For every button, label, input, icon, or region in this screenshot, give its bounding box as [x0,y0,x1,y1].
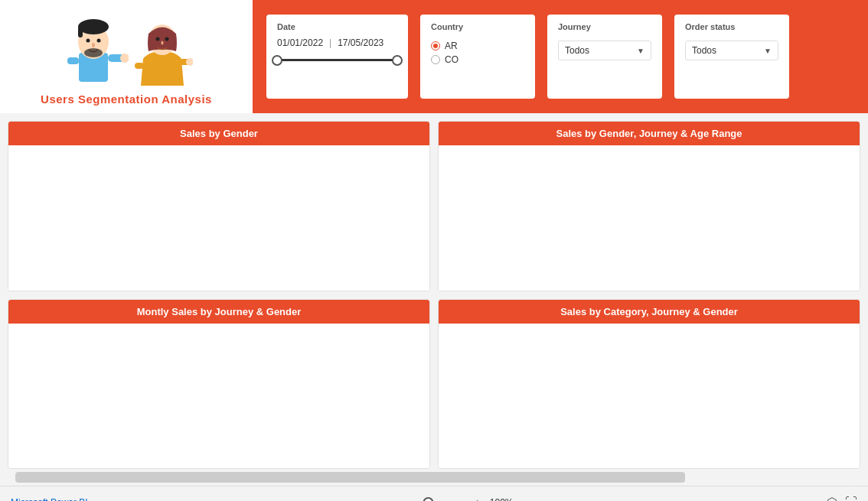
avatars [60,13,193,89]
main-content: Sales by Gender Sales by Gender, Journey… [0,113,868,469]
date-label: Date [277,22,397,31]
order-status-label: Order status [685,22,778,31]
header: Users Segmentation Analysis Date 01/01/2… [0,0,868,113]
svg-point-12 [156,37,160,41]
order-status-chevron-icon: ▼ [764,47,772,55]
svg-rect-10 [67,57,79,64]
country-ar[interactable]: AR [431,41,524,51]
svg-point-13 [165,37,169,41]
radio-ar-circle[interactable] [431,41,440,50]
footer-actions: ⬡ ⛶ [827,495,857,501]
footer: Microsoft Power BI − + 100% ⬡ ⛶ [0,486,868,501]
chart-sales-gender-journey-age: Sales by Gender, Journey & Age Range [438,121,860,291]
svg-point-6 [92,43,95,47]
logo-section: Users Segmentation Analysis [0,0,253,113]
powerbi-link[interactable]: Microsoft Power BI [11,497,88,502]
svg-point-5 [97,39,101,43]
order-status-filter: Order status Todos ▼ [674,15,789,99]
fullscreen-icon[interactable]: ⛶ [845,496,857,502]
chart-sales-gender-journey-age-title: Sales by Gender, Journey & Age Range [439,122,860,145]
avatar-female [132,17,193,89]
svg-point-14 [162,41,164,45]
slider-thumb-right[interactable] [392,55,403,66]
chart-sales-gender: Sales by Gender [8,121,430,291]
slider-thumb-left[interactable] [272,55,282,66]
country-co[interactable]: CO [431,54,524,65]
chart-sales-category-body [439,324,860,469]
chart-sales-gender-journey-age-body [439,145,860,291]
order-status-dropdown[interactable]: Todos ▼ [685,41,778,60]
svg-rect-3 [78,27,83,37]
chart-monthly-sales-body [8,324,429,469]
chart-monthly-sales-title: Montly Sales by Journey & Gender [8,300,429,324]
journey-filter: Journey Todos ▼ [547,15,662,99]
date-range-values: 01/01/2022 | 17/05/2023 [277,37,397,48]
date-start: 01/01/2022 [277,37,323,48]
country-ar-label: AR [445,41,458,51]
zoom-controls: − + 100% [354,496,513,502]
radio-co-circle[interactable] [431,55,440,64]
svg-rect-17 [135,63,144,69]
country-label: Country [431,22,524,31]
filters-area: Date 01/01/2022 | 17/05/2023 Country [253,0,868,113]
chart-sales-gender-title: Sales by Gender [8,122,429,145]
share-icon[interactable]: ⬡ [827,495,837,501]
horizontal-scrollbar[interactable] [15,472,853,483]
journey-chevron-icon: ▼ [637,47,644,55]
date-filter: Date 01/01/2022 | 17/05/2023 [266,15,408,99]
zoom-handle[interactable] [423,497,434,502]
country-filter: Country AR CO [420,15,535,99]
country-radio-group: AR CO [431,41,524,65]
chart-sales-category: Sales by Category, Journey & Gender [438,299,860,470]
svg-point-4 [86,39,90,43]
zoom-in-button[interactable]: + [472,496,484,502]
avatar-male [60,13,129,89]
app-title: Users Segmentation Analysis [41,93,212,106]
chart-sales-category-title: Sales by Category, Journey & Gender [439,300,860,324]
zoom-value: 100% [490,497,514,502]
journey-selected: Todos [565,45,589,56]
date-end: 17/05/2023 [338,37,383,48]
order-status-selected: Todos [692,45,716,56]
zoom-out-button[interactable]: − [354,496,367,502]
journey-dropdown[interactable]: Todos ▼ [558,41,651,60]
date-slider[interactable] [277,59,397,61]
radio-ar-dot [433,44,438,48]
scrollbar-area [0,469,868,486]
journey-label: Journey [558,22,651,31]
chart-monthly-sales: Montly Sales by Journey & Gender [8,299,430,470]
svg-point-7 [84,48,103,57]
scroll-thumb[interactable] [15,472,685,483]
chart-sales-gender-body [8,145,429,291]
country-co-label: CO [445,54,458,65]
